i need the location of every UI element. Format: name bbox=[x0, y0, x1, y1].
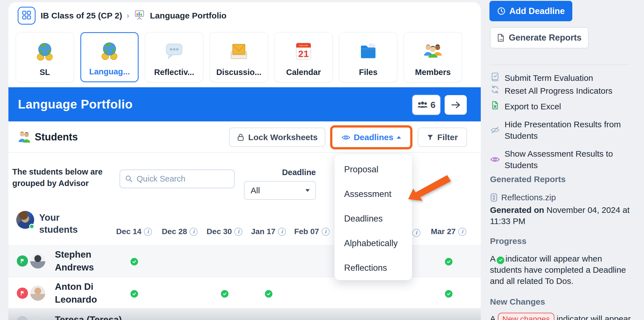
generated-on-text: Generated on November 04, 2024 at 11:33 … bbox=[490, 204, 630, 227]
globe-hands-icon bbox=[99, 37, 120, 64]
tab-language-portfolio[interactable]: Languag... bbox=[80, 32, 139, 82]
show-assessment-results-action[interactable]: Show Assessment Results to Students bbox=[490, 148, 636, 171]
new-changes-heading: New Changes bbox=[490, 297, 545, 307]
svg-text:Calendar: Calendar bbox=[299, 44, 308, 47]
menu-item-alphabetically[interactable]: Alphabetically bbox=[335, 231, 412, 256]
chart-presentation-icon bbox=[134, 10, 145, 22]
student-name[interactable]: Teresa (Teresa) bbox=[55, 313, 122, 320]
purple-eye-icon bbox=[490, 156, 500, 163]
add-deadline-button[interactable]: Add Deadline bbox=[489, 1, 572, 21]
new-changes-badge: New changes bbox=[498, 313, 554, 320]
info-icon[interactable]: i bbox=[144, 228, 152, 236]
calendar-icon: Calendar 21 bbox=[293, 38, 314, 65]
students-section-title: Students bbox=[18, 121, 78, 153]
info-icon[interactable]: i bbox=[412, 229, 421, 237]
refresh-icon bbox=[490, 85, 500, 97]
student-name[interactable]: Stephen Andrews bbox=[55, 248, 94, 274]
eye-icon bbox=[342, 134, 350, 141]
caret-down-icon bbox=[305, 189, 310, 192]
menu-item-assessment[interactable]: Assessment bbox=[335, 182, 412, 206]
tab-label: Calendar bbox=[286, 68, 321, 77]
generate-reports-button[interactable]: Generate Reports bbox=[490, 27, 589, 48]
tab-label: SL bbox=[39, 68, 50, 77]
member-count-badge[interactable]: 6 bbox=[412, 95, 440, 115]
submit-term-evaluation-action[interactable]: Submit Term Evaluation bbox=[490, 72, 593, 84]
annotation-arrow-icon bbox=[406, 174, 454, 202]
page-title: Language Portfolio bbox=[18, 87, 133, 121]
speech-bubble-icon bbox=[164, 38, 184, 65]
progress-heading: Progress bbox=[490, 236, 526, 246]
go-arrow-button[interactable] bbox=[445, 95, 467, 115]
online-status-dot bbox=[29, 224, 34, 229]
zip-file-icon bbox=[490, 193, 498, 202]
deadlines-sort-button[interactable]: Deadlines bbox=[330, 125, 412, 149]
tab-sl[interactable]: SL bbox=[16, 32, 74, 82]
term-checkbook-icon bbox=[490, 72, 500, 84]
filter-button[interactable]: Filter bbox=[418, 128, 467, 147]
students-duo-icon bbox=[18, 131, 31, 143]
column-header: Mar 27 i bbox=[431, 227, 466, 236]
column-header: Dec 14 i bbox=[116, 227, 152, 236]
completed-check-icon bbox=[265, 290, 272, 298]
info-icon[interactable]: i bbox=[278, 228, 286, 236]
tab-strip: SL Languag... bbox=[16, 32, 462, 82]
column-header: Dec 28 i bbox=[162, 227, 198, 236]
deadline-filter-label: Deadline bbox=[243, 168, 316, 177]
info-icon[interactable]: i bbox=[234, 228, 242, 236]
tab-label: Languag... bbox=[89, 67, 130, 76]
flag-badge[interactable] bbox=[17, 255, 28, 267]
completed-check-icon bbox=[445, 258, 452, 265]
column-header: Jan 17 i bbox=[251, 227, 286, 236]
members-icon bbox=[423, 38, 443, 65]
breadcrumb-class[interactable]: IB Class of 25 (CP 2) bbox=[41, 11, 122, 20]
info-icon[interactable]: i bbox=[190, 228, 198, 236]
menu-item-deadlines[interactable]: Deadlines bbox=[335, 206, 412, 231]
tab-members[interactable]: Members bbox=[404, 32, 462, 82]
search-icon bbox=[125, 175, 133, 183]
eye-slash-icon bbox=[490, 126, 500, 134]
excel-file-icon bbox=[490, 101, 500, 112]
student-avatar[interactable] bbox=[30, 253, 45, 269]
tab-files[interactable]: Files bbox=[339, 32, 397, 82]
search-input[interactable] bbox=[137, 174, 229, 183]
info-icon[interactable]: i bbox=[321, 228, 330, 236]
tab-reflective[interactable]: Reflectiv... bbox=[145, 32, 203, 82]
export-excel-action[interactable]: Export to Excel bbox=[490, 101, 561, 112]
globe-hands-icon bbox=[34, 38, 55, 65]
svg-text:21: 21 bbox=[298, 48, 309, 59]
flag-badge[interactable] bbox=[17, 288, 28, 299]
folder-icon bbox=[358, 38, 378, 65]
app-root: IB Class of 25 (CP 2) › Language Portfol… bbox=[0, 0, 644, 320]
completed-check-icon bbox=[130, 290, 138, 298]
new-changes-description: ANew changesindicator will appear bbox=[490, 313, 631, 320]
group-title: Your students bbox=[39, 211, 78, 236]
tab-calendar[interactable]: Calendar 21 Calendar bbox=[274, 32, 333, 82]
deadline-select[interactable]: All bbox=[244, 181, 316, 200]
clock-icon bbox=[497, 7, 506, 15]
apps-grid-button[interactable] bbox=[18, 7, 36, 25]
reset-progress-action[interactable]: Reset All Progress Indicators bbox=[490, 85, 612, 97]
caret-up-icon bbox=[397, 136, 401, 139]
main-panel: IB Class of 25 (CP 2) › Language Portfol… bbox=[8, 2, 481, 320]
student-avatar[interactable] bbox=[30, 286, 45, 301]
generated-reports-heading: Generated Reports bbox=[490, 175, 566, 184]
lock-worksheets-button[interactable]: Lock Worksheets bbox=[229, 128, 325, 147]
hide-presentation-results-action[interactable]: Hide Presentation Results from Students bbox=[490, 119, 636, 142]
tab-label: Files bbox=[359, 68, 377, 77]
breadcrumb: IB Class of 25 (CP 2) › Language Portfol… bbox=[18, 7, 227, 25]
menu-item-reflections[interactable]: Reflections bbox=[335, 256, 412, 280]
info-icon[interactable]: i bbox=[458, 228, 466, 236]
student-name[interactable]: Anton Di Leonardo bbox=[55, 280, 97, 306]
menu-item-proposal[interactable]: Proposal bbox=[335, 157, 412, 182]
right-sidebar: Add Deadline Generate Reports Submit Ter… bbox=[489, 0, 644, 320]
column-header: Dec 30 i bbox=[207, 227, 242, 236]
generated-report-file[interactable]: Reflections.zip bbox=[490, 193, 556, 202]
apps-grid-icon bbox=[22, 10, 31, 21]
tab-label: Members bbox=[415, 68, 451, 77]
breadcrumb-page: Language Portfolio bbox=[150, 11, 227, 20]
tab-discussions[interactable]: Discussio... bbox=[210, 32, 268, 82]
deadline-select-value: All bbox=[251, 186, 260, 195]
lock-icon bbox=[237, 133, 244, 142]
sidebar-divider bbox=[489, 64, 630, 65]
check-indicator-icon bbox=[497, 257, 504, 264]
